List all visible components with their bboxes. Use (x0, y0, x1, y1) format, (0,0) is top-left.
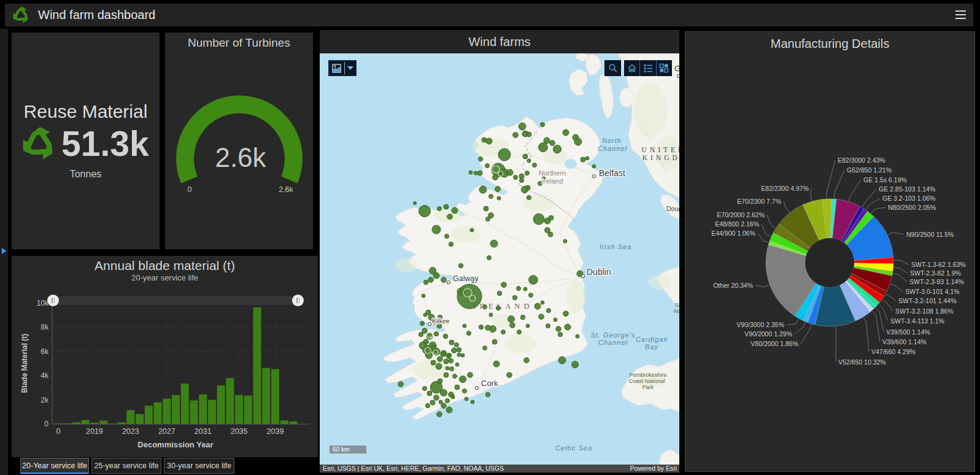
svg-text:2.6k: 2.6k (279, 185, 293, 194)
svg-text:GE 1.5s 6.19%: GE 1.5s 6.19% (863, 176, 907, 183)
svg-text:Belfast: Belfast (599, 168, 625, 178)
svg-text:Celtic Sea: Celtic Sea (555, 444, 592, 452)
svg-text:Kilkee: Kilkee (432, 317, 450, 325)
svg-text:Sno: Sno (675, 302, 679, 308)
svg-text:2035: 2035 (231, 427, 248, 436)
svg-text:2.6k: 2.6k (215, 142, 266, 172)
svg-text:Channel: Channel (598, 339, 628, 346)
svg-text:E44/900 1.06%: E44/900 1.06% (711, 230, 755, 237)
svg-text:Bay: Bay (645, 343, 658, 350)
svg-text:Cork: Cork (481, 379, 498, 388)
svg-text:KINGDOM: KINGDOM (642, 154, 679, 161)
svg-text:N80/2500 2.05%: N80/2500 2.05% (888, 204, 936, 211)
svg-text:E82/2300 4.97%: E82/2300 4.97% (761, 185, 809, 192)
svg-text:Blade Material (t): Blade Material (t) (20, 334, 29, 393)
svg-text:St. George's: St. George's (591, 331, 636, 339)
svg-text:V39/500 1.14%: V39/500 1.14% (886, 328, 930, 336)
svg-text:Ireland: Ireland (541, 177, 563, 185)
svg-text:SWT-3.2-101 1.44%: SWT-3.2-101 1.44% (898, 297, 957, 304)
svg-text:2031: 2031 (195, 427, 212, 436)
svg-text:Decommission Year: Decommission Year (137, 440, 213, 449)
svg-text:SWT-1.3-62 1.63%: SWT-1.3-62 1.63% (911, 261, 966, 268)
svg-text:V80/2000 1.86%: V80/2000 1.86% (750, 340, 798, 347)
svg-text:SWT-3.2-108 1.86%: SWT-3.2-108 1.86% (895, 307, 954, 315)
svg-text:0: 0 (44, 420, 48, 428)
svg-text:SWT-2.3-82 1.9%: SWT-2.3-82 1.9% (910, 269, 961, 277)
svg-text:2023: 2023 (122, 427, 139, 436)
svg-text:8k: 8k (41, 323, 49, 331)
svg-text:G52/850 1.21%: G52/850 1.21% (847, 166, 892, 174)
svg-text:0: 0 (188, 185, 192, 194)
svg-text:V90/2000 1.29%: V90/2000 1.29% (744, 330, 792, 338)
svg-text:V90/3000 2.35%: V90/3000 2.35% (736, 321, 784, 328)
svg-text:2k: 2k (41, 396, 49, 404)
svg-text:Park: Park (642, 384, 654, 390)
svg-text:Coast National: Coast National (628, 378, 665, 384)
svg-text:Galway: Galway (453, 274, 479, 283)
svg-text:N90/2500 11.5%: N90/2500 11.5% (906, 231, 954, 238)
svg-text:GE 2.85-103 1.14%: GE 2.85-103 1.14% (879, 185, 935, 193)
svg-text:0: 0 (56, 427, 61, 436)
svg-text:E70/2300 7.7%: E70/2300 7.7% (737, 198, 781, 205)
svg-text:SWT-2.3-93 1.14%: SWT-2.3-93 1.14% (909, 278, 964, 285)
svg-text:2019: 2019 (86, 427, 103, 436)
svg-text:North: North (602, 137, 622, 144)
svg-text:SWT-3.0-101 4.1%: SWT-3.0-101 4.1% (905, 288, 960, 295)
svg-text:Irish Sea: Irish Sea (600, 243, 631, 250)
svg-text:UNITED: UNITED (642, 146, 679, 153)
svg-text:Cardigan: Cardigan (636, 336, 668, 343)
svg-text:2039: 2039 (267, 427, 284, 436)
svg-text:E48/800 2.16%: E48/800 2.16% (715, 220, 759, 228)
svg-text:G: G (674, 64, 679, 73)
svg-text:Douglas: Douglas (666, 205, 679, 212)
svg-text:4k: 4k (41, 371, 49, 380)
svg-text:Pembrokeshire: Pembrokeshire (630, 372, 667, 378)
svg-text:6k: 6k (41, 347, 49, 356)
svg-text:SWT-3.4-113 1.1%: SWT-3.4-113 1.1% (890, 317, 944, 325)
svg-text:V47/660 4.29%: V47/660 4.29% (871, 348, 916, 355)
svg-text:Dublin: Dublin (587, 267, 611, 277)
svg-text:2027: 2027 (158, 427, 176, 436)
svg-text:V39/600 1.14%: V39/600 1.14% (882, 338, 927, 346)
svg-text:Channel: Channel (598, 145, 627, 152)
svg-text:GE 3.2-103 1.06%: GE 3.2-103 1.06% (882, 195, 935, 202)
svg-text:Northern: Northern (539, 169, 566, 177)
svg-text:Nat: Nat (674, 308, 679, 314)
svg-text:E70/2000 2.62%: E70/2000 2.62% (717, 211, 765, 218)
svg-text:Other 20.34%: Other 20.34% (713, 282, 753, 289)
svg-text:IRELAND: IRELAND (474, 302, 533, 311)
svg-text:E82/3000 2.43%: E82/3000 2.43% (838, 156, 885, 164)
svg-text:V52/850 10.32%: V52/850 10.32% (838, 358, 886, 366)
